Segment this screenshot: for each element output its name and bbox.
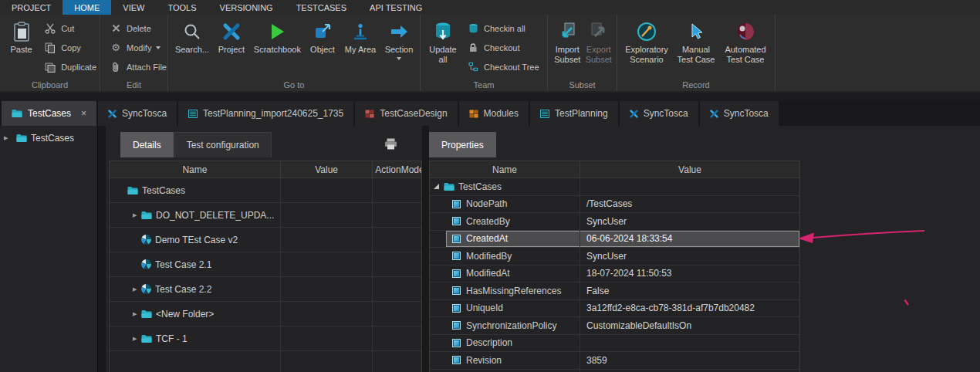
ribbon-group-goto: Search... Project Scratchbook Object My … [168, 15, 421, 91]
column-header-actionmode: ActionMode [373, 161, 421, 178]
delete-button[interactable]: Delete [110, 22, 167, 34]
menu-testcases[interactable]: TESTCASES [285, 0, 358, 15]
exploratory-scenario-button[interactable]: Exploratory Scenario [622, 16, 671, 79]
testcase-icon [141, 235, 151, 245]
tab-properties[interactable]: Properties [429, 132, 496, 157]
menu-api-testing[interactable]: API TESTING [358, 0, 434, 15]
update-all-button[interactable]: Update all [425, 16, 461, 79]
copy-button[interactable]: Copy [44, 42, 96, 53]
expand-arrow-icon[interactable]: ▶ [133, 336, 141, 342]
tree-row-actionmode-cell [373, 203, 421, 227]
property-row[interactable]: UniqueId3a12ffd2-e8ca-cb78-381d-af7b7db2… [430, 300, 799, 318]
menu-home[interactable]: HOME [63, 0, 111, 15]
property-name-cell: HasMissingReferences [430, 282, 580, 299]
property-row[interactable]: ModifiedAt18-07-2024 11:50:53 [430, 265, 799, 283]
properties-rows: TestCasesNodePath/TestCasesCreatedBySync… [430, 178, 799, 372]
tree-row[interactable]: ▶<New Folder> [110, 302, 421, 326]
list-icon [540, 110, 549, 118]
collapse-arrow-icon[interactable] [434, 184, 439, 189]
cut-button[interactable]: Cut [44, 22, 96, 34]
checkout-button[interactable]: Checkout [467, 42, 539, 53]
sidebar-item-testcases[interactable]: ▶ TestCases [0, 130, 97, 146]
tree-item-label: <New Folder> [156, 309, 214, 320]
menu-tools[interactable]: TOOLS [156, 0, 208, 15]
property-row[interactable]: SynchronizationPolicyCustomizableDefault… [430, 317, 799, 335]
tree-row[interactable]: TestCases [110, 178, 421, 203]
duplicate-button[interactable]: Duplicate [44, 61, 96, 73]
tab-synctosca[interactable]: SyncTosca [620, 101, 698, 126]
print-icon[interactable] [384, 138, 397, 152]
tab-testcasedesign[interactable]: TestCaseDesign [355, 101, 457, 126]
attach-file-button[interactable]: Attach File [110, 61, 167, 73]
tab-modules[interactable]: Modules [459, 101, 529, 126]
property-name: UniqueId [466, 303, 503, 313]
menu-versioning[interactable]: VERSIONING [208, 0, 285, 15]
folder-icon [444, 182, 455, 191]
expand-arrow-icon[interactable]: ▶ [133, 212, 141, 218]
property-row[interactable]: HasMissingReferencesFalse [430, 282, 799, 300]
manual-test-case-button[interactable]: Manual Test Case [674, 16, 718, 79]
my-area-icon [351, 19, 370, 45]
exploratory-scenario-label: Exploratory Scenario [622, 45, 671, 64]
property-value [580, 370, 799, 372]
lock-icon [467, 42, 479, 52]
modify-button[interactable]: ⚙ Modify [110, 42, 167, 53]
automated-test-case-button[interactable]: Automated Test Case [721, 16, 770, 79]
exploratory-scenario-icon [637, 19, 657, 45]
menu-view[interactable]: VIEW [111, 0, 156, 15]
checkin-all-button[interactable]: Checkin all [467, 22, 539, 34]
object-button[interactable]: Object [306, 16, 340, 79]
tree-row-value-cell [281, 228, 373, 252]
property-icon [452, 321, 461, 330]
expand-arrow-icon[interactable]: ▶ [4, 135, 12, 141]
menu-project[interactable]: PROJECT [0, 0, 63, 15]
tree-row[interactable]: Demo TEst Case v2 [110, 228, 421, 252]
tree-row[interactable]: Test Case 2.1 [110, 252, 421, 277]
property-row[interactable]: Revision3859 [430, 352, 799, 370]
scratchbook-button[interactable]: Scratchbook [252, 16, 303, 79]
my-area-button[interactable]: My Area [342, 16, 379, 79]
export-subset-icon [590, 19, 608, 45]
property-name: CreatedBy [466, 216, 510, 227]
tab-testcases[interactable]: TestCases× [2, 101, 96, 126]
property-row[interactable]: Description [430, 335, 799, 353]
property-row[interactable] [430, 370, 799, 372]
tab-testplanning[interactable]: TestPlanning [530, 101, 618, 126]
project-button[interactable]: Project [214, 16, 249, 79]
property-row[interactable]: CreatedAt06-06-2024 18:33:54 [430, 231, 799, 249]
section-button[interactable]: Section [381, 16, 417, 79]
tree-row-actionmode-cell [373, 326, 421, 350]
tree-row[interactable]: ▶Test Case 2.2 [110, 277, 421, 302]
tree-row-actionmode-cell [373, 302, 421, 326]
tree-row[interactable]: ▶DO_NOT_DELETE_UPDA... [110, 203, 421, 228]
expand-arrow-icon[interactable]: ▶ [133, 311, 141, 317]
grid-orange-icon [469, 110, 478, 118]
property-name: SynchronizationPolicy [466, 320, 556, 331]
property-row[interactable]: ModifiedBySyncUser [430, 248, 799, 265]
tab-testplanning_import240625_1735[interactable]: TestPlanning_import240625_1735 [178, 101, 353, 126]
tab-test-configuration[interactable]: Test configuration [174, 132, 272, 157]
folder-icon [141, 309, 152, 319]
tree-row[interactable]: ▶TCF - 1 [110, 326, 421, 351]
tree-row-value-cell [281, 326, 373, 350]
ribbon-spacer [776, 15, 980, 91]
tab-synctosca[interactable]: SyncTosca [700, 101, 779, 126]
properties-root-row[interactable]: TestCases [430, 178, 799, 196]
search-button[interactable]: Search... [173, 16, 211, 79]
tab-details[interactable]: Details [120, 132, 174, 157]
property-row[interactable]: NodePath/TestCases [430, 196, 799, 214]
property-value-cell [580, 178, 799, 195]
property-name: HasMissingReferences [466, 286, 561, 296]
paste-label: Paste [11, 45, 32, 55]
checkout-tree-button[interactable]: Checkout Tree [467, 61, 539, 73]
property-row[interactable]: CreatedBySyncUser [430, 213, 799, 231]
tab-label: TestCaseDesign [380, 108, 447, 119]
export-subset-button[interactable]: Export Subset [584, 16, 614, 79]
tab-synctosca[interactable]: SyncTosca [98, 101, 177, 126]
close-icon[interactable]: × [81, 108, 86, 119]
tree-item-label: TestCases [458, 181, 502, 192]
paste-button[interactable]: Paste [5, 16, 38, 79]
expand-arrow-icon[interactable]: ▶ [133, 286, 141, 293]
import-subset-button[interactable]: Import Subset [553, 16, 583, 79]
details-panel: Details Test configuration Name Value Ac… [106, 126, 422, 372]
